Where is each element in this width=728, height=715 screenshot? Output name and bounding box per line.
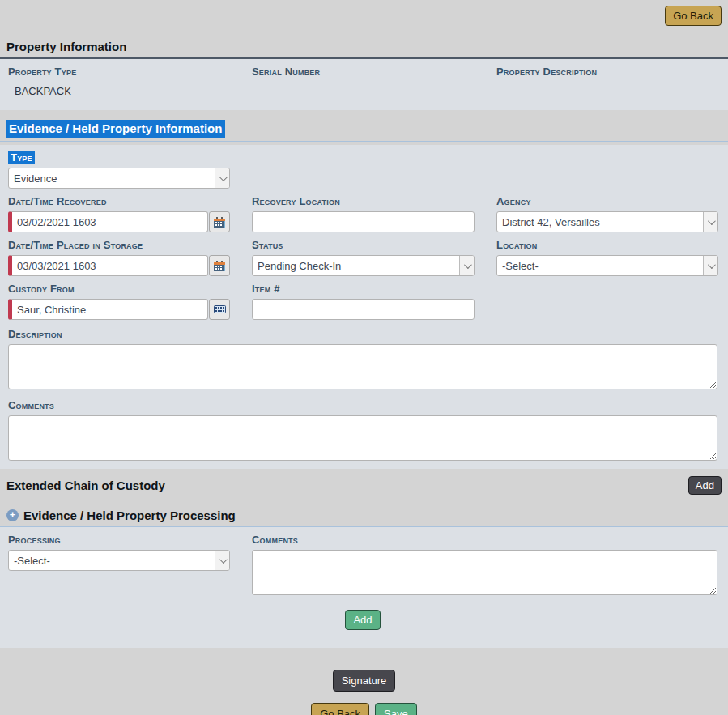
divider	[0, 141, 728, 142]
comments-textarea[interactable]	[8, 415, 717, 461]
property-type-label: Property Type	[8, 66, 230, 78]
processing-comments-label: Comments	[252, 534, 717, 546]
keyboard-icon	[214, 305, 226, 313]
item-number-input[interactable]	[252, 299, 475, 320]
processing-add-button[interactable]: Add	[345, 610, 380, 630]
location-select[interactable]: -Select-	[496, 255, 718, 276]
date-recovered-input[interactable]	[8, 211, 208, 232]
item-number-label: Item #	[252, 283, 475, 295]
property-information-title: Property Information	[6, 40, 728, 53]
date-storage-label: Date/Time Placed in Storage	[8, 239, 230, 251]
extended-coc-title: Extended Chain of Custody	[6, 479, 165, 492]
serial-number-label: Serial Number	[252, 66, 475, 78]
top-bar: Go Back	[0, 0, 728, 32]
type-select[interactable]: Evidence	[8, 168, 230, 189]
serial-number-value	[258, 85, 475, 97]
processing-panel: Processing -Select- Comments Add	[0, 527, 728, 648]
date-recovered-label: Date/Time Recovered	[8, 195, 230, 207]
date-storage-calendar-button[interactable]	[209, 255, 230, 276]
chevron-down-icon	[215, 551, 229, 570]
processing-section-title: Evidence / Held Property Processing	[23, 509, 236, 522]
divider	[0, 500, 728, 500]
chevron-down-icon	[703, 256, 717, 275]
recovery-location-input[interactable]	[252, 211, 475, 232]
save-button[interactable]: Save	[375, 703, 417, 715]
custody-from-lookup-button[interactable]	[209, 299, 230, 320]
custody-from-label: Custody From	[8, 283, 230, 295]
chevron-down-icon	[459, 256, 474, 275]
chevron-down-icon	[215, 168, 229, 188]
signature-button[interactable]: Signature	[333, 670, 396, 692]
comments-label: Comments	[8, 399, 717, 411]
status-label: Status	[252, 239, 475, 251]
date-storage-input[interactable]	[8, 255, 208, 276]
extended-coc-add-button[interactable]: Add	[688, 476, 722, 495]
evidence-section-title: Evidence / Held Property Information	[6, 120, 225, 138]
calendar-icon	[214, 217, 225, 228]
location-label: Location	[496, 239, 718, 251]
evidence-panel: Type Evidence Date/Time Recovered	[0, 145, 728, 469]
type-label: Type	[8, 151, 35, 164]
go-back-button-bottom[interactable]: Go Back	[311, 703, 369, 715]
chevron-down-icon	[703, 212, 717, 232]
description-textarea[interactable]	[8, 344, 717, 389]
calendar-icon	[214, 261, 225, 271]
processing-label: Processing	[8, 534, 230, 546]
property-information-panel: Property Type BACKPACK Serial Number Pro…	[0, 59, 728, 110]
agency-select[interactable]: District 42, Versailles	[496, 211, 718, 232]
recovery-location-label: Recovery Location	[252, 195, 475, 207]
go-back-button-top[interactable]: Go Back	[665, 6, 722, 26]
property-description-value	[503, 85, 718, 97]
description-label: Description	[8, 328, 717, 340]
expand-plus-icon[interactable]: +	[6, 509, 19, 521]
property-description-label: Property Description	[496, 66, 718, 78]
processing-comments-textarea[interactable]	[252, 550, 717, 595]
status-select[interactable]: Pending Check-In	[252, 255, 475, 276]
custody-from-input[interactable]	[8, 299, 208, 320]
property-type-value: BACKPACK	[15, 85, 230, 97]
date-recovered-calendar-button[interactable]	[209, 211, 230, 232]
agency-label: Agency	[496, 195, 718, 207]
processing-select[interactable]: -Select-	[8, 550, 230, 571]
